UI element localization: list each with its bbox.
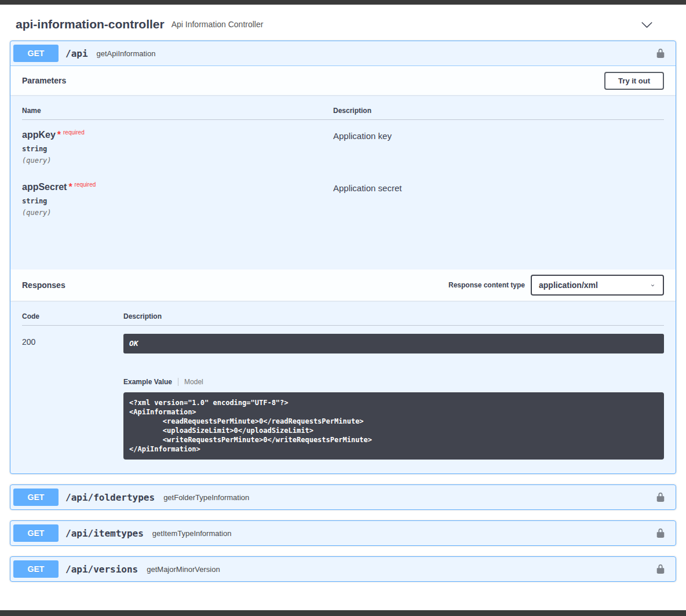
chevron-down-icon xyxy=(649,282,656,289)
operation-body: Parameters Try it out Name Description a… xyxy=(10,66,676,473)
required-star: * xyxy=(68,182,72,192)
code-line: <?xml version="1.0" encoding="UTF-8"?> xyxy=(129,398,658,407)
operation-summary-text: getFolderTypeInformation xyxy=(163,493,249,502)
code-line: <ApiInformation> xyxy=(129,407,658,417)
parameters-table: Name Description appKey*required string … xyxy=(10,95,676,269)
param-description-header: Description xyxy=(333,100,664,120)
tab-example-value[interactable]: Example Value xyxy=(123,378,172,386)
code-line: <writeRequestsPerMinute>0</writeRequests… xyxy=(129,435,658,444)
required-label: required xyxy=(75,181,96,188)
get-method-badge: GET xyxy=(13,524,59,542)
get-method-badge: GET xyxy=(13,489,59,506)
tab-divider xyxy=(178,378,178,386)
operation-path: /api/versions xyxy=(65,564,138,575)
parameter-row-appkey: appKey*required string (query) xyxy=(22,120,333,172)
required-star: * xyxy=(57,130,61,140)
tab-model[interactable]: Model xyxy=(184,378,203,386)
operation-path: /api/itemtypes xyxy=(65,528,144,539)
param-name-header: Name xyxy=(22,100,333,120)
try-it-out-button[interactable]: Try it out xyxy=(604,72,664,90)
operation-get-api-foldertypes: GET /api/foldertypes getFolderTypeInform… xyxy=(10,484,676,510)
operation-path: /api xyxy=(65,48,88,59)
response-content-type-label: Response content type xyxy=(448,281,525,289)
response-content-type-value: application/xml xyxy=(539,280,598,290)
operation-get-api-versions: GET /api/versions getMajorMinorVersion xyxy=(10,556,676,582)
response-content-type-wrap: Response content type application/xml xyxy=(448,275,664,296)
chevron-down-icon[interactable] xyxy=(641,19,653,31)
response-code-200: 200 xyxy=(22,326,123,460)
get-method-badge: GET xyxy=(13,45,59,62)
required-label: required xyxy=(63,129,85,136)
get-method-badge: GET xyxy=(13,560,59,578)
lock-icon[interactable] xyxy=(655,48,666,59)
lock-icon[interactable] xyxy=(655,528,666,538)
operation-summary-foldertypes[interactable]: GET /api/foldertypes getFolderTypeInform… xyxy=(10,485,676,509)
operation-get-api: GET /api getApiInformation Parameters Tr… xyxy=(10,41,676,474)
swagger-operations-container: api-information-controller Api Informati… xyxy=(0,5,686,582)
response-description-cell: OK Example Value Model <?xml version="1.… xyxy=(123,326,664,460)
bottom-dark-bar xyxy=(0,610,686,616)
parameter-type: string xyxy=(22,197,333,205)
code-line: <uploadSizeLimit>0</uploadSizeLimit> xyxy=(129,426,658,435)
operation-summary-text: getItemTypeInformation xyxy=(152,529,232,538)
tag-header[interactable]: api-information-controller Api Informati… xyxy=(10,5,676,41)
parameter-location: (query) xyxy=(22,156,333,165)
parameter-description: Application key xyxy=(333,120,664,172)
parameter-location: (query) xyxy=(22,209,333,217)
operation-get-api-itemtypes: GET /api/itemtypes getItemTypeInformatio… xyxy=(10,520,676,546)
response-description-header: Description xyxy=(123,305,664,326)
parameter-row-appsecret: appSecret*required string (query) xyxy=(22,172,333,224)
code-line: <readRequestsPerMinute>0</readRequestsPe… xyxy=(129,417,658,426)
response-code-header: Code xyxy=(22,305,123,326)
code-line: </ApiInformation> xyxy=(129,444,658,454)
response-description-text: OK xyxy=(123,334,664,353)
parameter-type: string xyxy=(22,145,333,153)
parameter-name: appKey xyxy=(22,130,56,140)
responses-title: Responses xyxy=(22,280,448,290)
operation-summary-text: getMajorMinorVersion xyxy=(147,565,220,574)
tag-name: api-information-controller xyxy=(16,17,165,31)
top-dark-bar xyxy=(0,0,686,5)
operation-summary-text: getApiInformation xyxy=(97,49,156,58)
parameter-description: Application secret xyxy=(333,172,664,224)
example-value-code-block: <?xml version="1.0" encoding="UTF-8"?> <… xyxy=(123,392,664,460)
tag-description: Api Information Controller xyxy=(172,20,264,29)
lock-icon[interactable] xyxy=(655,564,666,574)
response-content-type-select[interactable]: application/xml xyxy=(531,275,664,296)
operation-summary-api[interactable]: GET /api getApiInformation xyxy=(10,41,676,66)
operation-path: /api/foldertypes xyxy=(65,492,155,503)
responses-table: Code Description 200 OK Example Value Mo… xyxy=(10,301,676,473)
operation-summary-versions[interactable]: GET /api/versions getMajorMinorVersion xyxy=(10,557,676,581)
responses-section-header: Responses Response content type applicat… xyxy=(10,269,676,301)
lock-icon[interactable] xyxy=(655,492,666,502)
parameters-title: Parameters xyxy=(22,76,604,85)
operation-summary-itemtypes[interactable]: GET /api/itemtypes getItemTypeInformatio… xyxy=(10,521,676,545)
parameter-name: appSecret xyxy=(22,182,67,192)
example-model-tabs: Example Value Model xyxy=(123,378,664,386)
parameters-section-header: Parameters Try it out xyxy=(10,66,676,95)
